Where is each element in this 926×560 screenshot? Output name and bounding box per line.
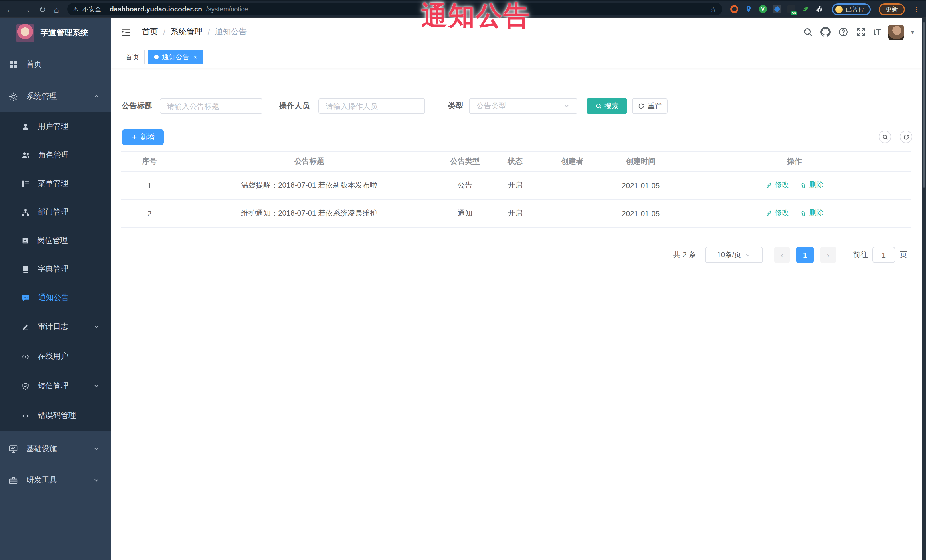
sidebar-item-online-users[interactable]: 在线用户 xyxy=(0,341,111,371)
browser-reload-icon[interactable]: ↻ xyxy=(39,5,46,14)
sms-shield-icon xyxy=(21,382,30,390)
delete-label: 删除 xyxy=(809,208,823,218)
cell-status: 开启 xyxy=(490,208,541,219)
goto-page-input[interactable] xyxy=(872,247,895,263)
sidebar-item-role-management[interactable]: 角色管理 xyxy=(0,141,111,169)
browser-home-icon[interactable]: ⌂ xyxy=(54,5,59,14)
sidebar-item-label: 在线用户 xyxy=(38,351,68,362)
sidebar: 芋道管理系统 首页 系统管理 用户管理 角色管理 菜单管理 xyxy=(0,18,111,560)
notice-table: 序号 公告标题 公告类型 状态 创建者 创建时间 操作 1 温馨提醒：2018-… xyxy=(121,151,911,228)
sidebar-item-label: 系统管理 xyxy=(26,91,57,101)
tab-home[interactable]: 首页 xyxy=(120,50,145,65)
cell-title: 维护通知：2018-07-01 若依系统凌晨维护 xyxy=(178,208,440,219)
tab-close-icon[interactable]: × xyxy=(194,54,197,60)
type-label: 类型 xyxy=(448,102,463,110)
notice-title-input[interactable] xyxy=(160,98,262,114)
scrollbar-thumb[interactable] xyxy=(923,22,925,188)
sidebar-item-audit-log[interactable]: 审计日志 xyxy=(0,312,111,341)
refresh-circle-button[interactable] xyxy=(900,131,912,143)
sidebar-item-sms-management[interactable]: 短信管理 xyxy=(0,371,111,401)
gear-icon xyxy=(9,92,18,101)
operator-input[interactable] xyxy=(318,98,425,114)
browser-forward-icon[interactable]: → xyxy=(22,5,31,14)
sidebar-item-menu-management[interactable]: 菜单管理 xyxy=(0,169,111,198)
breadcrumb-current: 通知公告 xyxy=(215,27,247,37)
sidebar-item-dev-tools[interactable]: 研发工具 xyxy=(0,465,111,495)
prev-page-button[interactable]: ‹ xyxy=(774,247,790,263)
extension-leaf-icon[interactable] xyxy=(802,5,809,13)
delete-link[interactable]: 删除 xyxy=(800,208,823,218)
menu-tree-icon xyxy=(21,180,30,188)
next-page-button[interactable]: › xyxy=(820,247,836,263)
sidebar-item-notice-announcement[interactable]: 通知公告 xyxy=(0,284,111,312)
bookmark-star-icon[interactable]: ☆ xyxy=(710,5,717,14)
cell-no: 2 xyxy=(121,209,178,217)
fullscreen-icon[interactable] xyxy=(856,27,866,37)
notice-type-select[interactable]: 公告类型 xyxy=(469,98,577,114)
address-bar[interactable]: ⚠ 不安全 dashboard.yudao.iocoder.cn /system… xyxy=(67,3,722,15)
help-icon[interactable] xyxy=(838,27,849,37)
reset-button[interactable]: 重置 xyxy=(632,98,667,114)
github-icon[interactable] xyxy=(820,27,831,37)
sidebar-item-error-code-management[interactable]: 错误码管理 xyxy=(0,401,111,430)
browser-back-icon[interactable]: ← xyxy=(6,5,14,14)
cell-created: 2021-01-05 xyxy=(604,209,678,217)
sidebar-item-label: 菜单管理 xyxy=(38,178,68,189)
operator-label: 操作人员 xyxy=(279,102,310,110)
extensions-puzzle-icon[interactable] xyxy=(816,5,824,13)
browser-menu-kebab-icon[interactable]: ⋮ xyxy=(913,5,920,14)
edit-icon xyxy=(766,182,772,189)
extension-switch-icon[interactable]: on xyxy=(787,5,795,13)
extension-pin-icon[interactable] xyxy=(744,5,752,13)
sidebar-item-dept-management[interactable]: 部门管理 xyxy=(0,198,111,226)
extension-diamond-icon[interactable] xyxy=(773,5,781,13)
sidebar-item-label: 用户管理 xyxy=(38,121,68,132)
sidebar-item-label: 错误码管理 xyxy=(38,411,76,421)
sidebar-item-home[interactable]: 首页 xyxy=(0,48,111,80)
chevron-up-icon xyxy=(93,93,100,100)
sidebar-item-label: 通知公告 xyxy=(38,293,69,303)
tab-label: 首页 xyxy=(126,52,139,62)
refresh-icon xyxy=(903,134,909,140)
search-button[interactable]: 搜索 xyxy=(587,98,627,114)
extension-vue-devtools-icon[interactable]: V xyxy=(759,5,767,13)
chevron-down-icon xyxy=(93,383,100,389)
sidebar-item-label: 角色管理 xyxy=(38,150,69,160)
user-avatar[interactable] xyxy=(888,24,904,40)
sidebar-item-post-management[interactable]: 岗位管理 xyxy=(0,226,111,255)
app-logo[interactable]: 芋道管理系统 xyxy=(0,18,111,48)
edit-link[interactable]: 修改 xyxy=(766,181,789,190)
chevron-down-icon xyxy=(93,323,100,330)
sidebar-item-infrastructure[interactable]: 基础设施 xyxy=(0,434,111,463)
reset-button-label: 重置 xyxy=(648,101,662,111)
sidebar-item-system-management[interactable]: 系统管理 xyxy=(0,80,111,112)
sidebar-item-user-management[interactable]: 用户管理 xyxy=(0,112,111,141)
extensions-row: V on xyxy=(730,5,824,13)
profile-paused-chip[interactable]: 已暂停 xyxy=(832,3,871,15)
page-size-select[interactable]: 10条/页 xyxy=(705,247,763,263)
edit-link[interactable]: 修改 xyxy=(766,208,789,218)
toggle-search-circle-button[interactable] xyxy=(879,131,891,143)
add-button[interactable]: 新增 xyxy=(122,130,164,145)
main-content: 首页 / 系统管理 / 通知公告 tT ▾ 首页 xyxy=(111,18,922,560)
col-header-status: 状态 xyxy=(490,156,541,166)
breadcrumb-system-management[interactable]: 系统管理 xyxy=(171,27,203,37)
post-badge-icon xyxy=(21,237,29,245)
extension-orange-ring-icon[interactable] xyxy=(730,5,738,13)
avatar-caret-down-icon[interactable]: ▾ xyxy=(911,29,914,35)
notice-title-label: 公告标题 xyxy=(121,102,152,110)
browser-update-button[interactable]: 更新 xyxy=(879,3,905,15)
current-page-button[interactable]: 1 xyxy=(796,247,814,263)
online-user-icon xyxy=(21,352,30,361)
search-icon[interactable] xyxy=(803,27,813,37)
delete-link[interactable]: 删除 xyxy=(800,181,823,190)
sidebar-item-dict-management[interactable]: 字典管理 xyxy=(0,255,111,284)
breadcrumb-home[interactable]: 首页 xyxy=(142,27,158,37)
cell-type: 通知 xyxy=(440,208,490,219)
not-secure-warning-icon: ⚠ xyxy=(73,5,79,13)
select-placeholder: 公告类型 xyxy=(477,101,563,111)
url-divider xyxy=(105,6,106,12)
tab-notice-announcement[interactable]: 通知公告 × xyxy=(148,50,203,65)
font-size-icon[interactable]: tT xyxy=(873,27,881,36)
sidebar-collapse-icon[interactable] xyxy=(120,27,131,37)
